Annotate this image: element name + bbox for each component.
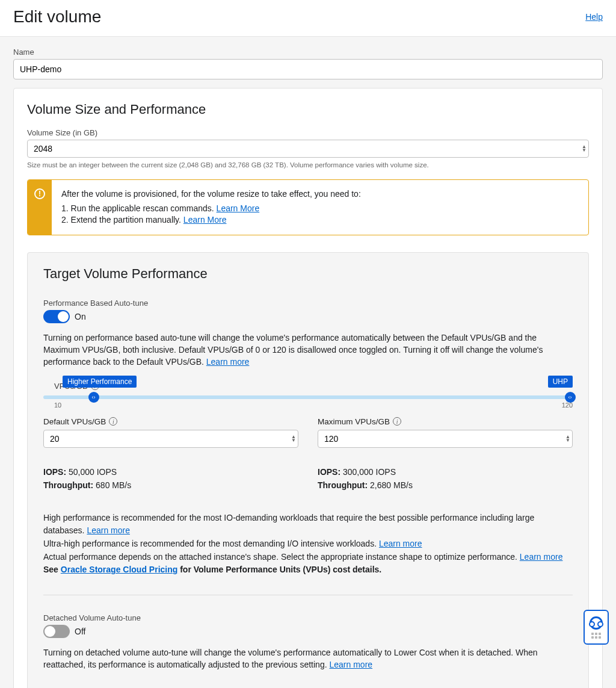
stepper-icon[interactable]: ▲▼	[582, 145, 587, 152]
learn-more-partition-link[interactable]: Learn More	[183, 215, 227, 225]
info-icon[interactable]: i	[393, 417, 401, 426]
name-input[interactable]	[13, 59, 603, 79]
volume-size-input[interactable]	[27, 140, 589, 158]
auto-tune-description: Turning on performance based auto-tune w…	[43, 333, 543, 367]
iops-label: IOPS:	[43, 467, 66, 477]
default-vpu-label: Default VPUs/GB	[43, 417, 106, 426]
learn-more-rescan-link[interactable]: Learn More	[217, 203, 260, 213]
pricing-link[interactable]: Oracle Storage Cloud Pricing	[61, 565, 178, 574]
learn-more-hp-link[interactable]: Learn more	[87, 525, 130, 535]
resize-alert: ! After the volume is provisioned, for t…	[27, 179, 589, 235]
stepper-icon[interactable]: ▲▼	[565, 435, 570, 442]
default-throughput-value: 680 MB/s	[93, 480, 131, 490]
max-iops-value: 300,000 IOPS	[340, 467, 396, 477]
alert-intro: After the volume is provisioned, for the…	[61, 188, 361, 200]
auto-tune-state: On	[75, 312, 86, 321]
name-label: Name	[13, 48, 603, 57]
auto-tune-toggle[interactable]	[43, 310, 70, 323]
learn-more-uhp-link[interactable]: Learn more	[379, 539, 422, 548]
alert-step-2: 2. Extend the partition manually.	[61, 215, 183, 225]
detached-auto-tune-toggle[interactable]	[43, 625, 70, 638]
detached-auto-tune-label: Detached Volume Auto-tune	[43, 613, 573, 622]
help-link[interactable]: Help	[585, 12, 603, 22]
warning-icon: !	[28, 180, 52, 235]
slider-track[interactable]: ‹› ‹›	[43, 395, 573, 399]
higher-performance-tag: Higher Performance	[63, 376, 137, 388]
detached-learn-more-link[interactable]: Learn more	[329, 660, 372, 669]
volume-size-label: Volume Size (in GB)	[27, 128, 589, 137]
stepper-icon[interactable]: ▲▼	[291, 435, 296, 442]
rec-uhp: Ultra-high performance is recommended fo…	[43, 539, 379, 548]
drag-handle-icon	[591, 633, 601, 639]
volume-size-hint: Size must be an integer between the curr…	[27, 161, 589, 169]
rec-actual: Actual performance depends on the attach…	[43, 552, 520, 562]
target-performance-panel: Target Volume Performance Performance Ba…	[27, 252, 589, 688]
throughput-label: Throughput:	[318, 480, 368, 490]
auto-tune-learn-more-link[interactable]: Learn more	[206, 357, 250, 367]
default-vpu-input[interactable]	[43, 430, 298, 448]
tick-min: 10	[54, 401, 61, 409]
max-vpu-label: Maximum VPUs/GB	[318, 417, 390, 426]
dialog-header: Edit volume Help	[0, 0, 616, 37]
default-iops-value: 50,000 IOPS	[66, 467, 117, 477]
help-widget[interactable]	[584, 610, 609, 645]
size-performance-panel: Volume Size and Performance Volume Size …	[13, 88, 603, 688]
vpu-slider: Higher Performance UHP VPUs/GBi ‹› ‹› 10…	[43, 382, 573, 409]
max-vpu-input[interactable]	[318, 430, 573, 448]
alert-step-1: 1. Run the applicable rescan commands.	[61, 203, 217, 213]
learn-more-instance-link[interactable]: Learn more	[520, 552, 563, 562]
detached-auto-tune-description: Turning on detached volume auto-tune wil…	[43, 648, 538, 669]
page-title: Edit volume	[13, 7, 101, 26]
slider-handle-max[interactable]: ‹›	[565, 392, 576, 403]
throughput-label: Throughput:	[43, 480, 93, 490]
rec-see-prefix: See	[43, 565, 61, 574]
lifebuoy-icon	[590, 616, 603, 630]
info-icon[interactable]: i	[109, 417, 117, 426]
iops-label: IOPS:	[318, 467, 340, 477]
auto-tune-label: Performance Based Auto-tune	[43, 299, 573, 308]
uhp-tag: UHP	[548, 376, 573, 388]
detached-auto-tune-state: Off	[75, 627, 85, 636]
section-title: Volume Size and Performance	[27, 102, 589, 117]
dialog-body: Name Volume Size and Performance Volume …	[0, 37, 616, 688]
slider-handle-min[interactable]: ‹›	[88, 392, 99, 403]
subsection-title: Target Volume Performance	[43, 266, 573, 282]
max-throughput-value: 2,680 MB/s	[368, 480, 413, 490]
rec-see-suffix: for Volume Performance Units (VPUs) cost…	[177, 565, 381, 574]
